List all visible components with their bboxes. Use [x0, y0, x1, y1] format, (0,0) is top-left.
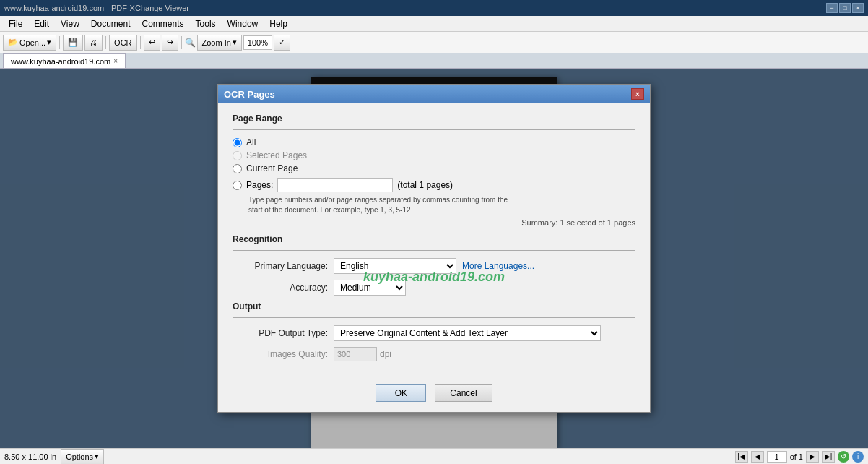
zoom-input[interactable] — [243, 35, 272, 50]
toolbar: 📂 Open... ▾ 💾 🖨 OCR ↩ ↪ 🔍 Zoom In ▾ ✓ — [0, 32, 868, 53]
tab-label: www.kuyhaa-android19.com — [11, 57, 110, 66]
menu-window[interactable]: Window — [222, 17, 264, 30]
zoom-control: 🔍 Zoom In ▾ ✓ — [185, 35, 290, 51]
dialog-title-bar: OCR Pages × — [218, 85, 650, 103]
chevron-down-icon: ▾ — [233, 38, 237, 47]
status-bar: 8.50 x 11.00 in Options ▾ |◀ ◀ of 1 ▶ ▶|… — [0, 448, 868, 464]
open-button[interactable]: 📂 Open... ▾ — [3, 35, 56, 51]
radio-selected[interactable] — [233, 151, 242, 160]
accuracy-label: Accuracy: — [233, 283, 334, 293]
radio-all-label: All — [246, 137, 256, 147]
pages-input[interactable] — [277, 178, 393, 192]
radio-row-current: Current Page — [233, 163, 635, 173]
status-green-icon: ↺ — [838, 451, 849, 463]
first-page-button[interactable]: |◀ — [735, 451, 748, 463]
page-total: of 1 — [790, 452, 803, 461]
print-button[interactable]: 🖨 — [84, 35, 103, 51]
dialog-title: OCR Pages — [224, 89, 275, 100]
next-page-button[interactable]: ▶ — [806, 451, 819, 463]
accuracy-select[interactable]: Low Medium High — [334, 280, 406, 296]
tab-main[interactable]: www.kuyhaa-android19.com × — [3, 53, 126, 68]
menu-document[interactable]: Document — [85, 17, 136, 30]
menu-file[interactable]: File — [3, 17, 28, 30]
redo-button[interactable]: ↪ — [162, 35, 178, 51]
status-blue-icon: i — [852, 451, 864, 463]
zoom-in-button[interactable]: Zoom In ▾ — [197, 35, 242, 51]
options-arrow-icon: ▾ — [95, 452, 99, 461]
maximize-button[interactable]: □ — [839, 3, 851, 13]
dialog-buttons: OK Cancel — [218, 377, 650, 412]
pages-hint: Type page numbers and/or page ranges sep… — [248, 195, 635, 215]
pdf-output-type-label: PDF Output Type: — [233, 328, 334, 338]
radio-all[interactable] — [233, 138, 242, 147]
dropdown-arrow-icon: ▾ — [47, 38, 51, 47]
primary-language-row: Primary Language: English More Languages… — [233, 258, 635, 274]
menu-tools[interactable]: Tools — [190, 17, 222, 30]
window-controls: − □ × — [826, 3, 864, 13]
radio-pages[interactable] — [233, 181, 242, 190]
pdf-output-type-row: PDF Output Type: Preserve Original Conte… — [233, 325, 635, 341]
ocr-button[interactable]: OCR — [109, 35, 136, 51]
dialog-body: Page Range All Selected Pages — [218, 103, 650, 377]
primary-language-select[interactable]: English — [334, 258, 456, 274]
zoom-confirm-button[interactable]: ✓ — [274, 35, 290, 51]
prev-page-button[interactable]: ◀ — [751, 451, 764, 463]
cancel-button[interactable]: Cancel — [435, 384, 492, 402]
separator — [59, 36, 60, 49]
images-quality-label: Images Quality: — [233, 349, 334, 359]
last-page-button[interactable]: ▶| — [822, 451, 835, 463]
recognition-area: Primary Language: English More Languages… — [233, 258, 635, 296]
menu-edit[interactable]: Edit — [28, 17, 55, 30]
separator-2 — [105, 36, 106, 49]
radio-current[interactable] — [233, 164, 242, 173]
pages-row: Pages: (total 1 pages) — [233, 178, 635, 192]
content-area: 4/18/2017 OCROCR Google Chrome Celebs So… — [0, 69, 868, 448]
menu-comments[interactable]: Comments — [136, 17, 190, 30]
radio-row-selected: Selected Pages — [233, 150, 635, 160]
current-page-input[interactable] — [767, 451, 787, 463]
pages-label: Pages: — [246, 180, 273, 190]
page-size: 8.50 x 11.00 in — [4, 452, 56, 461]
status-left: 8.50 x 11.00 in Options ▾ — [4, 449, 104, 465]
menu-help[interactable]: Help — [264, 17, 293, 30]
dpi-label: dpi — [380, 349, 391, 359]
separator-3 — [140, 36, 141, 49]
section-divider-3 — [233, 317, 635, 318]
more-languages-link[interactable]: More Languages... — [462, 261, 534, 271]
pdf-output-type-select[interactable]: Preserve Original Content & Add Text Lay… — [334, 325, 601, 341]
title-bar-text: www.kuyhaa-android19.com - PDF-XChange V… — [4, 4, 189, 12]
page-range-radio-group: All Selected Pages Current Page — [233, 137, 635, 173]
page-range-section-title: Page Range — [233, 113, 635, 124]
close-window-button[interactable]: × — [852, 3, 864, 13]
app-title: www.kuyhaa-android19.com - PDF-XChange V… — [4, 4, 189, 12]
dialog-close-button[interactable]: × — [631, 88, 644, 100]
summary-line: Summary: 1 selected of 1 pages — [233, 218, 635, 227]
primary-language-label: Primary Language: — [233, 261, 334, 271]
options-button[interactable]: Options ▾ — [61, 449, 104, 465]
ocr-pages-dialog: OCR Pages × Page Range All — [217, 84, 651, 413]
separator-4 — [181, 36, 182, 49]
tab-close-button[interactable]: × — [113, 57, 118, 65]
radio-row-all: All — [233, 137, 635, 147]
modal-overlay: OCR Pages × Page Range All — [0, 69, 868, 448]
undo-button[interactable]: ↩ — [144, 35, 160, 51]
radio-current-label: Current Page — [246, 163, 298, 173]
minimize-button[interactable]: − — [826, 3, 838, 13]
images-quality-input[interactable] — [334, 347, 377, 361]
pages-total: (total 1 pages) — [397, 180, 453, 190]
recognition-section-title: Recognition — [233, 234, 635, 244]
radio-selected-label: Selected Pages — [246, 150, 307, 160]
save-button[interactable]: 💾 — [63, 35, 83, 51]
section-divider-2 — [233, 250, 635, 251]
section-divider-1 — [233, 129, 635, 130]
images-quality-row: Images Quality: dpi — [233, 347, 635, 361]
zoom-icon: 🔍 — [185, 38, 196, 48]
options-label: Options — [66, 452, 93, 461]
status-right: |◀ ◀ of 1 ▶ ▶| ↺ i — [735, 451, 864, 463]
title-bar: www.kuyhaa-android19.com - PDF-XChange V… — [0, 0, 868, 16]
ok-button[interactable]: OK — [376, 384, 426, 402]
menu-view[interactable]: View — [55, 17, 85, 30]
menu-bar: File Edit View Document Comments Tools W… — [0, 16, 868, 32]
output-section-title: Output — [233, 301, 635, 312]
accuracy-row: Accuracy: Low Medium High — [233, 280, 635, 296]
